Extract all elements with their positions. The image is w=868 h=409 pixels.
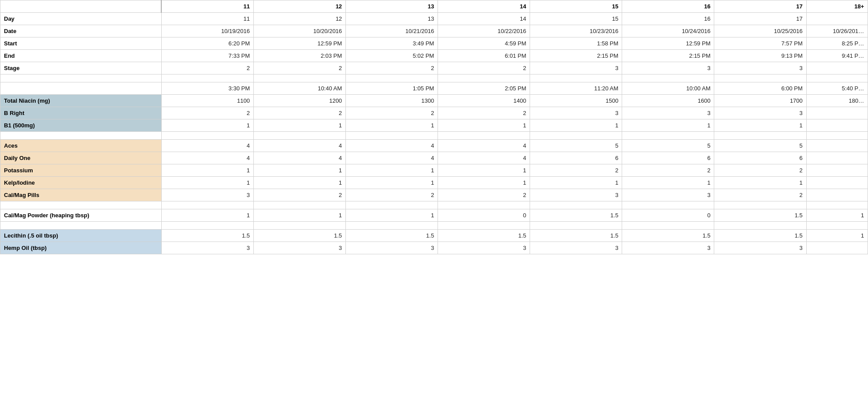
data-cell-empty2-col6 bbox=[714, 132, 806, 140]
data-cell-calmag_powder-col5: 0 bbox=[622, 209, 714, 222]
data-cell-aces-col0: 4 bbox=[161, 140, 253, 152]
data-cell-empty2-col1 bbox=[254, 132, 346, 140]
data-cell-aces-col4: 5 bbox=[530, 140, 622, 152]
data-cell-date-col2: 10/21/2016 bbox=[346, 25, 438, 37]
table-row: Aces4444555 bbox=[0, 140, 868, 152]
data-cell-total_niacin-col3: 1400 bbox=[438, 95, 530, 107]
data-cell-empty2-col2 bbox=[346, 132, 438, 140]
data-cell-b_right-col2: 2 bbox=[346, 107, 438, 119]
data-cell-end-col6: 9:13 PM bbox=[714, 50, 806, 62]
table-row: Cal/Mag Pills3222332 bbox=[0, 189, 868, 201]
data-cell-lecithin-col5: 1.5 bbox=[622, 230, 714, 242]
data-cell-empty4-col2 bbox=[346, 222, 438, 230]
data-cell-potassium-col7 bbox=[806, 164, 868, 177]
data-cell-empty3-col0 bbox=[161, 201, 253, 209]
data-cell-calmag_powder-col3: 0 bbox=[438, 209, 530, 222]
data-cell-empty2-col4 bbox=[530, 132, 622, 140]
data-cell-b_right-col0: 2 bbox=[161, 107, 253, 119]
data-cell-empty1-col7 bbox=[806, 74, 868, 82]
data-cell-b1-col1: 1 bbox=[254, 119, 346, 132]
data-cell-b1-col7 bbox=[806, 119, 868, 132]
data-cell-stage-col0: 2 bbox=[161, 62, 253, 74]
data-cell-calmag_powder-col2: 1 bbox=[346, 209, 438, 222]
table-row: Potassium1111222 bbox=[0, 164, 868, 177]
data-cell-start-col2: 3:49 PM bbox=[346, 37, 438, 50]
data-cell-potassium-col5: 2 bbox=[622, 164, 714, 177]
data-cell-daily_one-col5: 6 bbox=[622, 152, 714, 164]
row-label-empty3 bbox=[0, 201, 162, 209]
data-cell-stage-col2: 2 bbox=[346, 62, 438, 74]
table-row bbox=[0, 201, 868, 209]
data-cell-empty3-col6 bbox=[714, 201, 806, 209]
data-cell-b_right-col4: 3 bbox=[530, 107, 622, 119]
data-cell-end-col1: 2:03 PM bbox=[254, 50, 346, 62]
data-cell-calmag_pills-col2: 2 bbox=[346, 189, 438, 201]
data-cell-total_niacin-col6: 1700 bbox=[714, 95, 806, 107]
main-spreadsheet: 1112131415161718+ Day11121314151617Date1… bbox=[0, 0, 868, 254]
data-cell-day-col1: 12 bbox=[254, 13, 346, 25]
table-row: Start6:20 PM12:59 PM3:49 PM4:59 PM1:58 P… bbox=[0, 37, 868, 50]
data-cell-b_right-col7 bbox=[806, 107, 868, 119]
data-cell-total_niacin-col7: 180… bbox=[806, 95, 868, 107]
row-label-time2 bbox=[0, 82, 162, 95]
table-row: Date10/19/201610/20/201610/21/201610/22/… bbox=[0, 25, 868, 37]
data-cell-start-col4: 1:58 PM bbox=[530, 37, 622, 50]
data-cell-aces-col1: 4 bbox=[254, 140, 346, 152]
data-cell-empty2-col7 bbox=[806, 132, 868, 140]
data-cell-time2-col6: 6:00 PM bbox=[714, 82, 806, 95]
data-cell-b_right-col1: 2 bbox=[254, 107, 346, 119]
data-cell-date-col0: 10/19/2016 bbox=[161, 25, 253, 37]
data-cell-hemp_oil-col5: 3 bbox=[622, 242, 714, 254]
data-cell-calmag_powder-col1: 1 bbox=[254, 209, 346, 222]
data-cell-lecithin-col0: 1.5 bbox=[161, 230, 253, 242]
table-row: B1 (500mg)1111111 bbox=[0, 119, 868, 132]
data-cell-empty1-col3 bbox=[438, 74, 530, 82]
table-row: Day11121314151617 bbox=[0, 13, 868, 25]
data-cell-start-col0: 6:20 PM bbox=[161, 37, 253, 50]
header-row: 1112131415161718+ bbox=[0, 0, 868, 13]
data-cell-b1-col4: 1 bbox=[530, 119, 622, 132]
row-label-end: End bbox=[0, 50, 162, 62]
data-cell-empty4-col6 bbox=[714, 222, 806, 230]
data-cell-stage-col4: 3 bbox=[530, 62, 622, 74]
header-day-4: 15 bbox=[530, 0, 622, 13]
data-cell-kelp-col6: 1 bbox=[714, 177, 806, 189]
table-row: Kelp/Iodine1111111 bbox=[0, 177, 868, 189]
data-cell-b1-col5: 1 bbox=[622, 119, 714, 132]
data-cell-day-col0: 11 bbox=[161, 13, 253, 25]
table-row bbox=[0, 222, 868, 230]
data-cell-day-col5: 16 bbox=[622, 13, 714, 25]
data-cell-lecithin-col3: 1.5 bbox=[438, 230, 530, 242]
data-cell-time2-col7: 5:40 P… bbox=[806, 82, 868, 95]
data-cell-empty4-col4 bbox=[530, 222, 622, 230]
data-cell-potassium-col1: 1 bbox=[254, 164, 346, 177]
data-cell-daily_one-col1: 4 bbox=[254, 152, 346, 164]
data-cell-hemp_oil-col6: 3 bbox=[714, 242, 806, 254]
data-cell-aces-col7 bbox=[806, 140, 868, 152]
row-label-b_right: B Right bbox=[0, 107, 162, 119]
data-cell-stage-col1: 2 bbox=[254, 62, 346, 74]
data-cell-kelp-col0: 1 bbox=[161, 177, 253, 189]
data-cell-empty2-col0 bbox=[161, 132, 253, 140]
data-cell-start-col6: 7:57 PM bbox=[714, 37, 806, 50]
data-cell-end-col7: 9:41 P… bbox=[806, 50, 868, 62]
table-row: Hemp Oil (tbsp)3333333 bbox=[0, 242, 868, 254]
data-cell-b_right-col6: 3 bbox=[714, 107, 806, 119]
table-row: Total Niacin (mg)11001200130014001500160… bbox=[0, 95, 868, 107]
data-cell-empty4-col3 bbox=[438, 222, 530, 230]
data-cell-empty2-col3 bbox=[438, 132, 530, 140]
data-cell-hemp_oil-col0: 3 bbox=[161, 242, 253, 254]
data-cell-daily_one-col2: 4 bbox=[346, 152, 438, 164]
header-day-7: 18+ bbox=[806, 0, 868, 13]
data-cell-date-col3: 10/22/2016 bbox=[438, 25, 530, 37]
row-label-start: Start bbox=[0, 37, 162, 50]
data-cell-kelp-col2: 1 bbox=[346, 177, 438, 189]
data-cell-stage-col5: 3 bbox=[622, 62, 714, 74]
data-cell-end-col0: 7:33 PM bbox=[161, 50, 253, 62]
data-cell-end-col2: 5:02 PM bbox=[346, 50, 438, 62]
row-label-calmag_pills: Cal/Mag Pills bbox=[0, 189, 162, 201]
row-label-day: Day bbox=[0, 13, 162, 25]
data-cell-empty3-col2 bbox=[346, 201, 438, 209]
data-cell-empty4-col5 bbox=[622, 222, 714, 230]
row-label-hemp_oil: Hemp Oil (tbsp) bbox=[0, 242, 162, 254]
